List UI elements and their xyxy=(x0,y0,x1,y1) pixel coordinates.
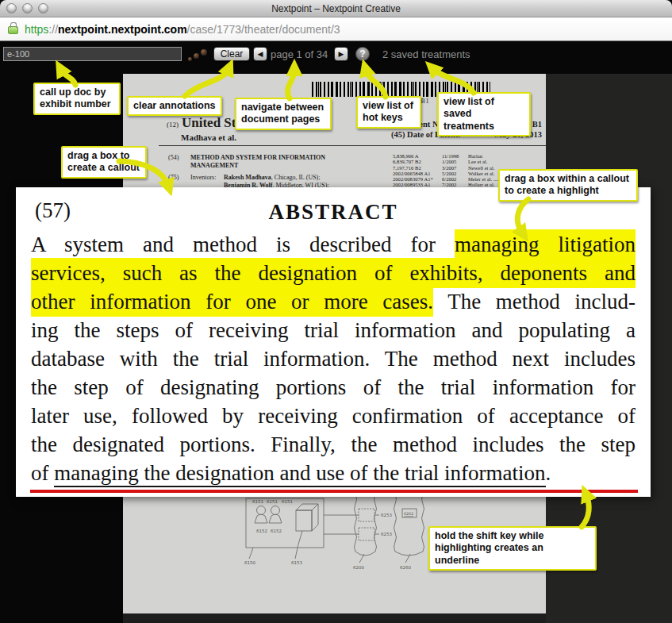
patent-authors: Madhava et al. xyxy=(167,133,299,142)
window-title: Nextpoint – Nextpoint Creative xyxy=(0,3,672,14)
lock-icon xyxy=(8,26,18,34)
url-domain: nextpoint.nextpoint.com xyxy=(58,23,187,36)
abstract-text: The method includ- xyxy=(433,290,636,313)
field54-line1: METHOD AND SYSTEM FOR INFORMATION xyxy=(190,154,325,161)
figure-label: 6153 xyxy=(291,560,302,565)
highlight-annotation: services, such as the designation of exh… xyxy=(31,258,636,288)
patent-field-54: (54) METHOD AND SYSTEM FOR INFORMATION M… xyxy=(168,154,349,170)
abstract-line: A system and method is described for man… xyxy=(31,230,636,259)
abstract-text: database with the trial information. The… xyxy=(31,347,636,371)
abstract-text: . xyxy=(546,461,551,485)
inventor-1-name: Rakesh Madhava xyxy=(224,174,271,181)
window-minimize-button[interactable] xyxy=(22,3,33,13)
field54-line2: MANAGEMENT xyxy=(190,162,238,169)
patent-kind-label: (12) xyxy=(167,121,179,129)
underline-annotation: managing the designation and use of the … xyxy=(54,461,545,487)
abstract-text: the step of designating portions of the … xyxy=(31,375,636,399)
abstract-number: (57) xyxy=(35,198,71,223)
reference-cell: 6,839,707 B2 xyxy=(393,159,442,164)
figure-label: 6151 xyxy=(252,499,263,504)
url-separator: :// xyxy=(48,23,58,36)
saved-treatments-button[interactable]: 2 saved treatments xyxy=(382,48,470,60)
reference-cell: 6/2002 xyxy=(442,176,468,182)
annotation-call-up-doc: call up doc by exhibit number xyxy=(33,83,121,115)
abstract-callout[interactable]: (57) ABSTRACT A system and method is des… xyxy=(16,187,651,497)
abstract-text: of xyxy=(31,461,54,485)
next-page-button[interactable]: ▶ xyxy=(334,47,348,61)
annotation-drag-highlight: drag a box within a callout to create a … xyxy=(498,169,638,202)
abstract-line: services, such as the designation of exh… xyxy=(31,259,636,287)
abstract-line: the step of designating portions of the … xyxy=(31,373,636,402)
header-divider xyxy=(159,145,546,146)
reference-row: 5,838,966 A11/1998Harlan xyxy=(393,153,545,159)
reference-cell: 7,197,716 B2 xyxy=(393,165,442,171)
abstract-line: database with the trial information. The… xyxy=(31,344,636,373)
figure-label: 6253 xyxy=(381,532,392,536)
annotation-clear: clear annotations xyxy=(127,96,222,116)
figure-label: 6150 xyxy=(244,560,255,565)
abstract-text: ing the steps of receiving trial informa… xyxy=(31,318,636,342)
abstract-text: later use, followed by receiving confirm… xyxy=(31,404,636,428)
reference-cell: 2002/0065848 A1 xyxy=(393,171,442,176)
figure-label: 6262 xyxy=(404,512,413,516)
help-button[interactable]: ? xyxy=(355,47,370,61)
window-controls xyxy=(6,3,48,13)
page-indicator: page 1 of 34 xyxy=(271,48,328,60)
abstract-text: A system and method is described for xyxy=(31,233,455,256)
reference-cell: 5,838,966 A xyxy=(393,153,442,159)
inventor-1-rest: , Chicago, IL (US); xyxy=(271,174,321,181)
abstract-body: A system and method is described for man… xyxy=(16,224,651,487)
reference-row: 6,839,707 B21/2005Lee et al. xyxy=(393,159,545,164)
annotation-drag-callout: drag a box to create a callout xyxy=(61,146,147,179)
window-titlebar: Nextpoint – Nextpoint Creative xyxy=(0,0,672,17)
abstract-line: ing the steps of receiving trial informa… xyxy=(31,316,636,344)
red-underline-annotation xyxy=(30,490,638,493)
field54-text: METHOD AND SYSTEM FOR INFORMATION MANAGE… xyxy=(190,154,349,170)
figure-label: 6151 xyxy=(267,499,278,504)
figure-label: 6152 xyxy=(256,529,267,533)
field54-label: (54) xyxy=(168,154,190,170)
reference-cell: 11/1998 xyxy=(442,153,468,159)
clear-annotations-button[interactable]: Clear xyxy=(213,47,250,61)
figure-label: 6260 xyxy=(400,565,411,570)
exhibit-number-input[interactable] xyxy=(3,47,182,61)
reference-cell: 2002/0083079 A1* xyxy=(393,176,442,182)
annotation-hot-keys: view list of hot keys xyxy=(356,96,421,129)
annotation-dots-icon xyxy=(188,49,209,62)
reference-cell: Harlan xyxy=(468,153,545,159)
annotation-shift-underline: hold the shift key while highlighting cr… xyxy=(428,526,597,571)
reference-cell: 5/2002 xyxy=(442,171,468,176)
reference-cell: 3/2007 xyxy=(442,165,468,171)
address-bar[interactable]: https://nextpoint.nextpoint.com/case/177… xyxy=(0,17,672,41)
figure-label: 6253 xyxy=(381,513,392,517)
url-protocol: https xyxy=(25,23,48,36)
abstract-title: ABSTRACT xyxy=(16,200,651,225)
url-path: /case/1773/theater/document/3 xyxy=(187,23,340,36)
window-close-button[interactable] xyxy=(6,3,17,13)
abstract-line: later use, followed by receiving confirm… xyxy=(31,402,636,430)
abstract-line: of managing the designation and use of t… xyxy=(31,459,636,487)
annotation-saved-treatments: view list of saved treatments xyxy=(437,92,531,137)
figure-label: 6151 xyxy=(282,499,293,504)
browser-window: Nextpoint – Nextpoint Creative https://n… xyxy=(0,0,672,623)
abstract-line: other information for one or more cases.… xyxy=(31,287,636,316)
reference-cell: Lee et al. xyxy=(468,159,545,164)
viewer-background-strip xyxy=(123,613,546,623)
reference-cell: 1/2005 xyxy=(442,159,468,164)
annotation-navigate-pages: navigate between document pages xyxy=(235,98,332,130)
highlight-annotation: managing litigation xyxy=(455,229,636,260)
abstract-line: the designated portions. Finally, the me… xyxy=(31,430,636,459)
figure-label: 6152 xyxy=(271,529,282,533)
window-zoom-button[interactable] xyxy=(38,3,48,13)
highlight-annotation: other information for one or more cases. xyxy=(31,287,433,317)
abstract-text: the designated portions. Finally, the me… xyxy=(31,433,636,456)
figure-label: 6200 xyxy=(353,565,364,570)
previous-page-button[interactable]: ◀ xyxy=(253,47,267,61)
